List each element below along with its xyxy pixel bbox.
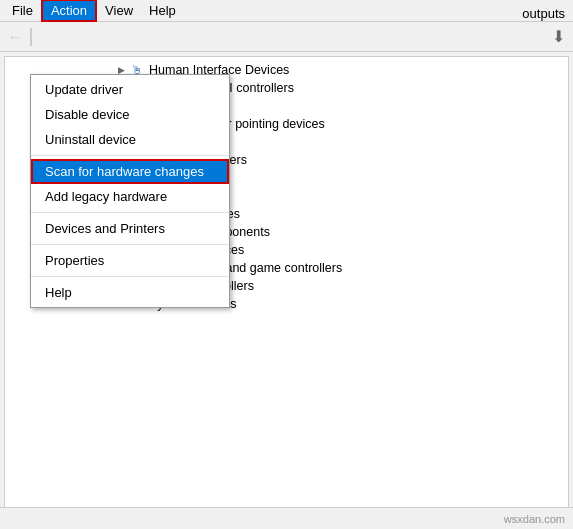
separator2 (31, 212, 229, 213)
dropdown-menu: Update driver Disable device Uninstall d… (30, 74, 230, 308)
status-bar: wsxdan.com (0, 507, 573, 529)
menu-action[interactable]: Action (41, 0, 97, 22)
main-content: D ▶ 🖱 Human Interface Devices ▶ 💾 IDE AT… (0, 52, 573, 527)
toolbar: ← ⬇ outputs (0, 22, 573, 52)
menu-scan-hardware[interactable]: Scan for hardware changes (31, 159, 229, 184)
menu-bar: File Action View Help (0, 0, 573, 22)
menu-uninstall-device[interactable]: Uninstall device (31, 127, 229, 152)
menu-help[interactable]: Help (31, 280, 229, 305)
menu-help[interactable]: Help (141, 1, 184, 20)
separator3 (31, 244, 229, 245)
action-dropdown: Update driver Disable device Uninstall d… (30, 74, 230, 308)
menu-disable-device[interactable]: Disable device (31, 102, 229, 127)
download-button[interactable]: ⬇ (547, 26, 569, 48)
menu-devices-printers[interactable]: Devices and Printers (31, 216, 229, 241)
back-button[interactable]: ← (4, 26, 26, 48)
separator1 (31, 155, 229, 156)
menu-properties[interactable]: Properties (31, 248, 229, 273)
separator1 (30, 28, 32, 46)
menu-update-driver[interactable]: Update driver (31, 77, 229, 102)
menu-add-legacy[interactable]: Add legacy hardware (31, 184, 229, 209)
outputs-text: outputs (522, 6, 565, 21)
watermark-text: wsxdan.com (504, 513, 565, 525)
separator4 (31, 276, 229, 277)
menu-view[interactable]: View (97, 1, 141, 20)
menu-file[interactable]: File (4, 1, 41, 20)
